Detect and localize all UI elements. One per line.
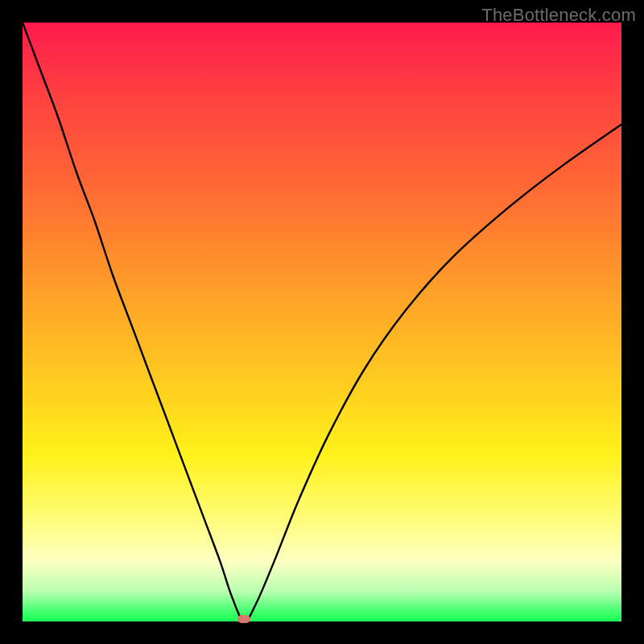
- plot-area: [23, 23, 621, 621]
- outer-frame: TheBottleneck.com: [0, 0, 644, 644]
- bottleneck-curve: [23, 23, 621, 621]
- curve-path: [23, 23, 621, 621]
- minimum-marker: [237, 615, 250, 623]
